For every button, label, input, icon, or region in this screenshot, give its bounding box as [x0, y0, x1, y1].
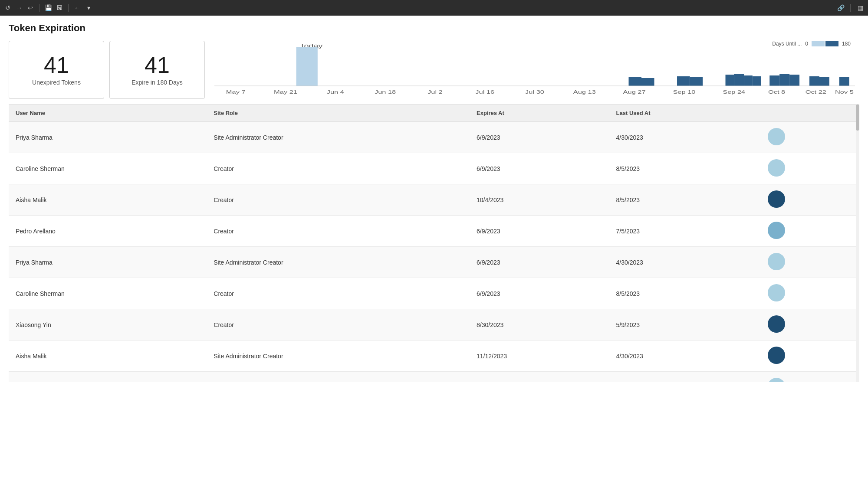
col-role: Site Role	[207, 105, 470, 122]
bar-oct22	[809, 76, 819, 86]
cell-expires: 6/9/2023	[470, 372, 609, 383]
avatar	[768, 315, 785, 333]
toolbar-separator-1	[39, 4, 39, 12]
svg-text:Jul 30: Jul 30	[525, 90, 544, 95]
cell-username: Xiaosong Yin	[9, 309, 207, 341]
top-section: 41 Unexpired Tokens 41 Expire in 180 Day…	[9, 41, 859, 105]
cell-avatar	[761, 341, 859, 372]
svg-text:Jun 4: Jun 4	[327, 90, 345, 95]
cell-last-used: 4/30/2023	[609, 122, 761, 153]
cell-avatar	[761, 184, 859, 216]
table-row: Caroline Sherman Creator 6/9/2023 8/5/20…	[9, 153, 859, 184]
cell-last-used: 7/5/2023	[609, 216, 761, 247]
scrollbar-thumb[interactable]	[856, 105, 859, 131]
toolbar-separator-3	[850, 4, 851, 12]
svg-text:Oct 8: Oct 8	[768, 90, 785, 95]
svg-text:Oct 22: Oct 22	[806, 90, 826, 95]
cell-last-used: 8/5/2023	[609, 153, 761, 184]
bar-oct8b	[779, 74, 789, 86]
avatar	[768, 378, 785, 382]
scrollbar-track[interactable]	[856, 105, 859, 382]
table-row: Priya Sharma Site Administrator Creator …	[9, 247, 859, 278]
link-icon[interactable]: 🔗	[836, 3, 845, 12]
undo2-icon[interactable]: ↩	[26, 3, 35, 12]
table-header-row: User Name Site Role Expires At Last Used…	[9, 105, 859, 122]
bar-sep24	[726, 75, 734, 86]
save2-icon[interactable]: 🖫	[55, 3, 64, 12]
bar-oct8	[769, 75, 779, 86]
expire-180-number: 41	[145, 54, 170, 76]
toolbar-separator-2	[68, 4, 69, 12]
cell-avatar	[761, 372, 859, 383]
dropdown-icon[interactable]: ▾	[84, 3, 93, 12]
page-title: Token Expiration	[9, 23, 859, 34]
data-table: User Name Site Role Expires At Last Used…	[9, 105, 859, 382]
grid-icon[interactable]: ▦	[856, 3, 865, 12]
cell-username: Priya Sharma	[9, 247, 207, 278]
cell-role: Creator	[207, 309, 470, 341]
avatar	[768, 347, 785, 364]
cell-username: Aisha Malik	[9, 341, 207, 372]
cell-expires: 6/9/2023	[470, 216, 609, 247]
toolbar: ↺ → ↩ 💾 🖫 ← ▾ 🔗 ▦	[0, 0, 868, 16]
avatar	[768, 284, 785, 301]
cell-expires: 6/9/2023	[470, 278, 609, 309]
col-expires: Expires At	[470, 105, 609, 122]
cell-username: Caroline Sherman	[9, 278, 207, 309]
cell-last-used: 4/30/2023	[609, 341, 761, 372]
bar-sep10	[677, 76, 690, 86]
cell-role: Creator	[207, 184, 470, 216]
bar-aug27b	[641, 78, 654, 86]
svg-text:Sep 10: Sep 10	[673, 90, 696, 95]
chart-svg: Today May 7 May 21 Jun 4 Jun 18 Jul 2 Ju…	[214, 43, 855, 99]
cell-role: Creator	[207, 278, 470, 309]
cell-last-used: 8/5/2023	[609, 278, 761, 309]
cell-last-used: 5/9/2023	[609, 309, 761, 341]
svg-text:Nov 5: Nov 5	[835, 90, 854, 95]
unexpired-tokens-number: 41	[44, 54, 69, 76]
cell-username: Charles Schaefer	[9, 372, 207, 383]
cell-last-used: 4/30/2023	[609, 247, 761, 278]
cell-avatar	[761, 309, 859, 341]
cell-role: Site Administrator Creator	[207, 247, 470, 278]
table-row: Caroline Sherman Creator 6/9/2023 8/5/20…	[9, 278, 859, 309]
bar-jun4	[296, 47, 318, 86]
cell-role: Site Administrator Creator	[207, 122, 470, 153]
table-header: User Name Site Role Expires At Last Used…	[9, 105, 859, 122]
chart-area: Days Until ... 0 180 Today	[210, 41, 859, 99]
table-row: Charles Schaefer Creator 6/9/2023 8/5/20…	[9, 372, 859, 383]
table-row: Priya Sharma Site Administrator Creator …	[9, 122, 859, 153]
table-row: Aisha Malik Creator 10/4/2023 8/5/2023	[9, 184, 859, 216]
cell-expires: 10/4/2023	[470, 184, 609, 216]
bar-aug27	[628, 77, 641, 86]
redo-forward-icon[interactable]: →	[15, 3, 23, 12]
expire-180-label: Expire in 180 Days	[132, 79, 183, 86]
cell-expires: 11/12/2023	[470, 341, 609, 372]
table-container[interactable]: User Name Site Role Expires At Last Used…	[9, 105, 859, 382]
cell-last-used: 8/5/2023	[609, 372, 761, 383]
back-icon[interactable]: ←	[73, 3, 82, 12]
svg-text:Aug 27: Aug 27	[623, 90, 646, 95]
undo-icon[interactable]: ↺	[3, 3, 12, 12]
cell-avatar	[761, 216, 859, 247]
cell-username: Caroline Sherman	[9, 153, 207, 184]
main-content: Token Expiration 41 Unexpired Tokens 41 …	[0, 16, 868, 488]
svg-text:May 21: May 21	[274, 90, 297, 95]
cell-username: Pedro Arellano	[9, 216, 207, 247]
cell-expires: 6/9/2023	[470, 122, 609, 153]
save-icon[interactable]: 💾	[44, 3, 53, 12]
cell-expires: 6/9/2023	[470, 247, 609, 278]
avatar	[768, 222, 785, 239]
col-avatar-header	[761, 105, 859, 122]
bar-sep24c	[744, 75, 753, 86]
cell-expires: 8/30/2023	[470, 309, 609, 341]
cell-avatar	[761, 153, 859, 184]
table-row: Aisha Malik Site Administrator Creator 1…	[9, 341, 859, 372]
avatar	[768, 253, 785, 270]
stat-card-expire-180: 41 Expire in 180 Days	[109, 41, 205, 99]
cell-role: Creator	[207, 372, 470, 383]
bar-nov5	[839, 77, 849, 86]
avatar	[768, 190, 785, 208]
svg-text:May 7: May 7	[226, 90, 246, 95]
svg-text:Aug 13: Aug 13	[573, 90, 596, 95]
